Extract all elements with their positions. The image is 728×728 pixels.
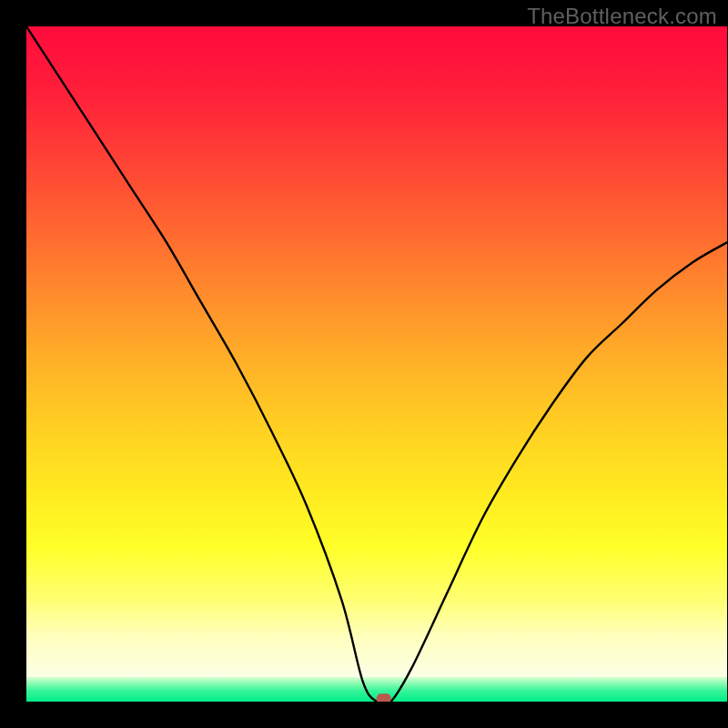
- curve-layer: [26, 26, 727, 702]
- optimal-marker: [377, 693, 391, 702]
- plot-area: [26, 26, 727, 702]
- bottleneck-curve: [26, 26, 727, 702]
- chart-frame: TheBottleneck.com: [0, 0, 728, 728]
- watermark-text: TheBottleneck.com: [527, 4, 717, 29]
